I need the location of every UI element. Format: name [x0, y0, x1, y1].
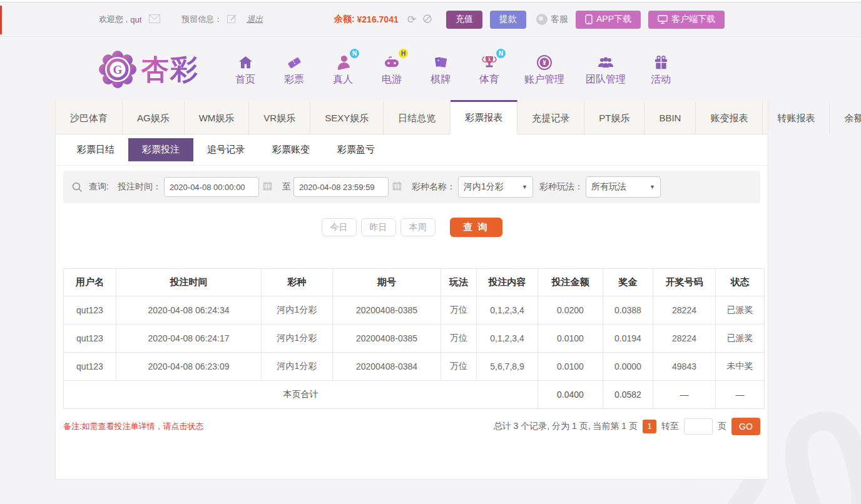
goto-page-input[interactable]: [684, 418, 713, 435]
pagination-summary: 总计 3 个记录, 分为 1 页, 当前第 1 页: [494, 421, 638, 432]
cell-status[interactable]: 已派奖: [716, 296, 765, 325]
tab-lottery-report[interactable]: 彩票报表: [451, 100, 517, 134]
this-week-button[interactable]: 本周: [400, 218, 436, 236]
main-nav: 首页 彩票 N 真人 H 电游 棋牌 1 N: [232, 53, 675, 86]
refresh-icon[interactable]: ⟳: [407, 13, 416, 26]
cell-username: qut123: [64, 296, 116, 325]
app-download-button[interactable]: APP下载: [576, 11, 641, 29]
goto-label: 转至: [661, 421, 679, 432]
client-download-label: 客户端下载: [671, 14, 715, 25]
tab-ag[interactable]: AG娱乐: [123, 100, 185, 134]
cell-bet-content: 0,1,2,3,4: [477, 296, 538, 325]
nav-item-boardgames[interactable]: 棋牌: [427, 53, 454, 86]
play-type-label: 彩种玩法：: [539, 181, 583, 193]
cell-prize: 0.0388: [603, 296, 653, 325]
tab-sexy[interactable]: SEXY娱乐: [310, 100, 384, 134]
search-button[interactable]: 查 询: [450, 218, 502, 237]
table-summary-row: 本页合计 0.0400 0.0582 — —: [64, 381, 765, 409]
subtab-chase-record[interactable]: 追号记录: [193, 138, 258, 161]
lottery-name-value: 河内1分彩: [464, 181, 504, 193]
brand-name: 杏彩: [141, 51, 199, 88]
col-prize: 奖金: [603, 269, 653, 296]
lottery-name-select[interactable]: 河内1分彩 ▼: [458, 176, 533, 198]
filter-bar: 查询: 投注时间： 至 彩种名称： 河内1分彩 ▼ 彩种玩法： 所有玩法 ▼: [63, 171, 760, 203]
subtab-lottery-change[interactable]: 彩票账变: [258, 138, 324, 161]
welcome-text: 欢迎您 ,: [99, 14, 128, 25]
live-person-icon: [334, 54, 352, 71]
tab-balance-query[interactable]: 余额查询: [830, 100, 861, 134]
cell-draw-number: 28224: [653, 325, 716, 353]
today-button[interactable]: 今日: [322, 218, 357, 236]
recharge-button[interactable]: 充值: [446, 11, 482, 29]
page-unit-label: 页: [718, 421, 726, 432]
summary-label: 本页合计: [64, 381, 538, 409]
subtab-lottery-daily[interactable]: 彩票日结: [63, 138, 128, 161]
withdraw-button[interactable]: 提款: [490, 11, 526, 29]
tab-account-change[interactable]: 账变报表: [696, 100, 763, 134]
nav-item-team[interactable]: 团队管理: [586, 53, 626, 86]
search-label: 查询:: [89, 181, 109, 193]
cell-issue: 20200408-0384: [333, 353, 441, 381]
site-logo[interactable]: G 杏彩: [99, 51, 199, 88]
monitor-icon: [658, 15, 668, 24]
go-button[interactable]: GO: [731, 418, 760, 435]
table-footer-row: 备注:如需查看投注单详情，请点击状态 总计 3 个记录, 分为 1 页, 当前第…: [63, 418, 760, 435]
table-row: qut123 2020-04-08 06:23:09 河内1分彩 2020040…: [64, 353, 765, 381]
yesterday-button[interactable]: 昨日: [361, 218, 396, 236]
nav-item-account[interactable]: ¥ 账户管理: [524, 53, 564, 86]
time-from-input[interactable]: [164, 177, 259, 197]
chevron-down-icon: ▼: [522, 184, 527, 190]
tab-deposit-record[interactable]: 充提记录: [517, 100, 584, 134]
mail-icon[interactable]: [149, 14, 160, 25]
page-1-button[interactable]: 1: [643, 420, 656, 433]
cell-status[interactable]: 未中奖: [716, 353, 765, 381]
cell-prize: 0.0000: [603, 353, 653, 381]
edit-icon[interactable]: [227, 14, 237, 25]
cell-bet-amount: 0.0200: [538, 296, 603, 325]
tab-transfer-report[interactable]: 转账报表: [763, 100, 830, 134]
to-label: 至: [282, 181, 291, 193]
tab-pt[interactable]: PT娱乐: [584, 100, 644, 134]
cell-bet-time: 2020-04-08 06:24:17: [116, 325, 262, 353]
customer-service-link[interactable]: 客服: [536, 14, 568, 25]
screen-edge-artifact: [0, 6, 2, 34]
content-card: 沙巴体育 AG娱乐 WM娱乐 VR娱乐 SEXY娱乐 日结总览 彩票报表 充提记…: [55, 100, 768, 480]
subtab-lottery-bets[interactable]: 彩票投注: [128, 138, 193, 161]
client-download-button[interactable]: 客户端下载: [648, 11, 725, 29]
cell-bet-time: 2020-04-08 06:23:09: [116, 353, 262, 381]
gamepad-icon: [383, 54, 400, 71]
bet-time-label: 投注时间：: [118, 181, 161, 193]
tab-bbin[interactable]: BBIN: [644, 100, 696, 134]
status-note: 备注:如需查看投注单详情，请点击状态: [63, 421, 204, 432]
tab-wm[interactable]: WM娱乐: [185, 100, 250, 134]
cell-bet-amount: 0.0100: [538, 325, 603, 353]
logout-link[interactable]: 退出: [247, 14, 263, 25]
bet-report-table: 用户名 投注时间 彩种 期号 玩法 投注内容 投注金额 奖金 开奖号码 状态 q…: [63, 268, 765, 409]
nav-item-home[interactable]: 首页: [232, 53, 259, 86]
hide-balance-icon[interactable]: [422, 14, 432, 26]
cell-username: qut123: [64, 353, 116, 381]
nav-item-lottery[interactable]: 彩票: [280, 53, 308, 86]
tab-shaba-sports[interactable]: 沙巴体育: [56, 100, 123, 134]
calendar-icon[interactable]: [392, 181, 402, 193]
gift-icon: [653, 54, 670, 71]
cell-username: qut123: [64, 325, 116, 353]
col-bet-content: 投注内容: [477, 269, 538, 296]
cell-bet-content: 0,1,2,3,4: [477, 325, 538, 353]
nav-item-egames[interactable]: H 电游: [378, 53, 405, 86]
col-play: 玩法: [441, 269, 477, 296]
cell-status[interactable]: 已派奖: [716, 325, 765, 353]
calendar-icon[interactable]: [263, 181, 272, 193]
subtab-lottery-pnl[interactable]: 彩票盈亏: [324, 138, 389, 161]
cell-issue: 20200408-0385: [333, 325, 441, 353]
nav-item-sports[interactable]: 1 N 体育: [476, 53, 503, 86]
col-username: 用户名: [64, 269, 116, 296]
play-type-select[interactable]: 所有玩法 ▼: [586, 176, 661, 198]
time-to-input[interactable]: [293, 177, 389, 197]
nav-item-activity[interactable]: 活动: [647, 53, 675, 86]
customer-service-label: 客服: [551, 14, 568, 25]
tab-daily-overview[interactable]: 日结总览: [384, 100, 451, 134]
nav-item-live[interactable]: N 真人: [329, 53, 357, 86]
table-row: qut123 2020-04-08 06:24:17 河内1分彩 2020040…: [64, 325, 765, 353]
tab-vr[interactable]: VR娱乐: [249, 100, 310, 134]
